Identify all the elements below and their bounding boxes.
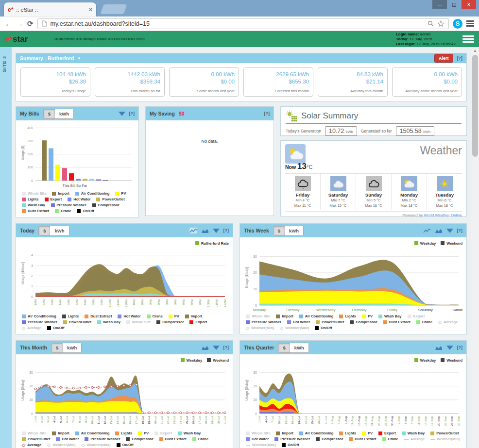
legend-item[interactable]: Crane xyxy=(416,320,432,324)
legend-item[interactable]: Air Conditioning xyxy=(75,431,110,435)
legend-item[interactable]: Weekday xyxy=(414,241,436,246)
area-chart-icon[interactable] xyxy=(435,228,443,233)
legend-item[interactable]: Weekend xyxy=(441,358,462,363)
world-weather-online-link[interactable]: World Weather Online xyxy=(424,213,462,217)
month-help[interactable]: [?] xyxy=(223,345,229,350)
legend-item[interactable]: Lights xyxy=(22,197,39,201)
scroll-up-icon[interactable]: ▲ xyxy=(471,47,479,53)
legend-item[interactable]: Power/Outlet xyxy=(96,197,124,201)
legend-item[interactable]: Air Conditioning xyxy=(299,314,334,318)
week-collapse-icon[interactable] xyxy=(446,229,453,233)
legend-item[interactable]: Compressor xyxy=(156,320,184,324)
legend-item[interactable]: —Average xyxy=(404,437,425,441)
legend-item[interactable]: Hot Water xyxy=(68,197,90,201)
legend-item[interactable]: Lights xyxy=(339,314,356,318)
legend-item[interactable]: Hot Water xyxy=(118,314,140,318)
legend-item[interactable]: Wash Bay xyxy=(378,314,402,318)
legend-item[interactable]: Dust Extract xyxy=(159,437,187,441)
legend-item[interactable]: Crane xyxy=(55,209,71,213)
legend-item[interactable]: Wash Bay xyxy=(178,431,201,435)
legend-item[interactable]: Power/Outlet xyxy=(316,320,344,324)
legend-item[interactable]: Wash Bay xyxy=(97,320,120,324)
legend-item[interactable]: Crane xyxy=(382,437,398,441)
legend-item[interactable]: Pressure Washer xyxy=(51,203,86,207)
tab-close-icon[interactable]: × xyxy=(89,6,92,13)
legend-item[interactable]: Dust Extract xyxy=(22,209,49,213)
quarter-kwh-toggle[interactable]: kWh xyxy=(290,343,308,352)
forward-button[interactable]: → xyxy=(16,19,23,28)
legend-item[interactable]: Dust Extract xyxy=(349,437,376,441)
bills-dollar-toggle[interactable]: $ xyxy=(44,109,55,118)
legend-item[interactable]: Whole Site xyxy=(246,431,270,435)
legend-item[interactable]: Import xyxy=(276,314,293,318)
legend-item[interactable]: Power/Outlet xyxy=(22,437,50,441)
legend-item[interactable]: Power/Outlet xyxy=(430,431,459,435)
legend-item[interactable]: ◇Weather(Max) xyxy=(82,443,111,447)
bills-kwh-toggle[interactable]: kWh xyxy=(55,109,73,118)
today-kwh-toggle[interactable]: kWh xyxy=(50,226,68,235)
legend-item[interactable]: Whole Site xyxy=(22,191,46,196)
quarter-help[interactable]: [?] xyxy=(457,345,463,350)
legend-item[interactable]: PV xyxy=(362,431,373,435)
month-area-chart[interactable]: 0102030Usage [$/day]1-Jul2-Jul3-Jul4-Jul… xyxy=(20,364,229,430)
skype-icon[interactable]: S xyxy=(453,19,462,29)
legend-item[interactable]: Export xyxy=(189,320,207,324)
legend-item[interactable]: Air Conditioning xyxy=(75,191,110,196)
legend-item[interactable]: Lights xyxy=(339,431,356,435)
week-area-chart[interactable]: 0102030Usage [$/day]MondayTuesdayWednesd… xyxy=(244,247,462,313)
legend-item[interactable]: ◇Average xyxy=(22,326,41,330)
legend-item[interactable]: Hot Water xyxy=(246,437,269,441)
legend-item[interactable]: ◇Average xyxy=(438,320,458,324)
legend-item[interactable]: Weekday xyxy=(414,358,436,363)
legend-item[interactable]: Pressure Washer xyxy=(85,437,120,441)
legend-item[interactable]: Export xyxy=(154,431,172,435)
today-area-chart[interactable]: 01234Usage [$/hour]1AM2AM3AM4AM5AM6AM7AM… xyxy=(20,247,229,313)
quarter-area-chart[interactable]: 0102030Usage [$/day]1-Jul4-Jul7-Jul10-Ju… xyxy=(244,364,462,430)
legend-item[interactable]: Whole Site xyxy=(22,431,46,435)
legend-item[interactable]: Pressure Washer xyxy=(274,437,310,441)
legend-item[interactable]: —Weather(Min) xyxy=(430,437,460,441)
quarter-unit-toggle[interactable]: $ kWh xyxy=(278,343,308,353)
month-kwh-toggle[interactable]: kWh xyxy=(63,343,81,352)
legend-item[interactable]: Whole Site xyxy=(246,314,270,318)
legend-item[interactable]: Import xyxy=(185,314,202,318)
today-dollar-toggle[interactable]: $ xyxy=(39,226,50,235)
legend-item[interactable]: Weekend xyxy=(207,358,229,363)
legend-item[interactable]: Whole Site xyxy=(126,320,151,324)
legend-item[interactable]: ◇Weather(Min) xyxy=(47,443,75,447)
summary-help[interactable]: [?] xyxy=(457,56,463,61)
window-maximize-button[interactable]: ◱ xyxy=(447,0,462,9)
bookmark-star-icon[interactable] xyxy=(437,20,445,27)
scrollbar-thumb[interactable] xyxy=(472,55,478,157)
legend-item[interactable]: Export xyxy=(408,314,425,318)
line-chart-icon[interactable] xyxy=(423,228,431,233)
legend-item[interactable]: Compressor xyxy=(92,203,120,207)
legend-item[interactable]: Dust Extract xyxy=(85,314,112,318)
url-text[interactable]: my.estar.net.au/dashboard?siteid=15 xyxy=(51,20,424,27)
legend-item[interactable]: Lights xyxy=(115,431,132,435)
bills-unit-toggle[interactable]: $ kWh xyxy=(43,109,74,119)
legend-item[interactable]: Compressor xyxy=(126,437,153,441)
today-collapse-icon[interactable] xyxy=(213,229,220,233)
line-chart-icon[interactable] xyxy=(189,228,197,233)
legend-item[interactable]: Air Conditioning xyxy=(22,314,56,318)
area-chart-icon[interactable] xyxy=(201,228,209,233)
refresh-button[interactable]: ⟳ xyxy=(27,19,34,28)
summary-caret-icon[interactable]: ▾ xyxy=(78,56,80,61)
saving-help[interactable]: [?] xyxy=(264,111,270,116)
legend-item[interactable]: Export xyxy=(378,431,396,435)
legend-item[interactable]: Export xyxy=(45,197,62,201)
legend-item[interactable]: Lights xyxy=(62,314,79,318)
month-collapse-icon[interactable] xyxy=(213,346,220,350)
legend-item[interactable]: Power/Outlet xyxy=(63,320,91,324)
legend-item[interactable]: Hot Water xyxy=(56,437,79,441)
url-bar[interactable]: my.estar.net.au/dashboard?siteid=15 xyxy=(37,18,449,29)
legend-item[interactable]: PV xyxy=(115,191,126,196)
today-help[interactable]: [?] xyxy=(223,228,229,233)
window-close-button[interactable]: × xyxy=(462,0,476,9)
site-tab-label[interactable]: SITE 3 xyxy=(2,56,7,72)
week-dollar-toggle[interactable]: $ xyxy=(274,226,285,235)
search-icon[interactable] xyxy=(428,20,434,27)
page-scrollbar[interactable]: ▲ xyxy=(471,47,479,448)
legend-item[interactable]: PV xyxy=(362,314,373,318)
